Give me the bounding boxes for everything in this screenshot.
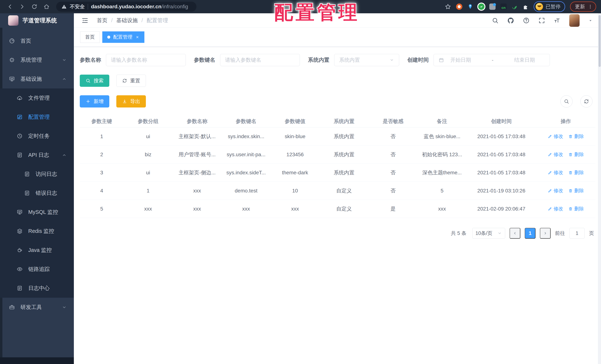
toggle-search-button[interactable] xyxy=(560,95,572,108)
github-icon[interactable] xyxy=(507,17,514,24)
trash-icon xyxy=(568,189,573,193)
sidebar-item[interactable]: 文件管理 xyxy=(0,89,74,108)
sidebar-item-label: 研发工具 xyxy=(20,303,42,311)
sidebar-item[interactable]: 系统管理 xyxy=(0,51,74,70)
goto-page-input[interactable] xyxy=(570,228,585,239)
param-name-field xyxy=(106,54,186,66)
sidebar-item[interactable]: 首页 xyxy=(0,31,74,51)
date-range-picker[interactable]: 开始日期 - 结束日期 xyxy=(433,54,550,66)
browser-home-icon[interactable] xyxy=(43,3,50,10)
search-icon[interactable] xyxy=(492,17,499,24)
collapse-sidebar-icon[interactable] xyxy=(81,17,89,24)
export-button[interactable]: 导出 xyxy=(116,95,146,108)
page-size-select[interactable]: 10条/页 xyxy=(472,228,505,239)
edit-link[interactable]: 修改 xyxy=(548,133,563,140)
add-button[interactable]: 新增 xyxy=(80,95,109,108)
sidebar-item[interactable]: 日志中心 xyxy=(0,279,74,298)
timer-icon xyxy=(17,133,23,139)
delete-link[interactable]: 删除 xyxy=(568,169,584,176)
edit-link[interactable]: 修改 xyxy=(548,169,563,176)
page-scrollbar[interactable] xyxy=(598,13,601,364)
system-builtin-label: 系统内置 xyxy=(308,56,329,64)
bookmark-star-icon[interactable] xyxy=(445,3,451,10)
cell-type: 系统内置 xyxy=(320,151,369,158)
active-tab-dot xyxy=(107,36,110,39)
sidebar-item[interactable]: 链路追踪 xyxy=(0,260,74,279)
next-page-button[interactable] xyxy=(540,228,551,239)
security-label: 不安全 xyxy=(70,3,85,10)
user-avatar[interactable] xyxy=(569,14,580,27)
extension-pin-icon[interactable] xyxy=(467,3,473,10)
tab-home[interactable]: 首页 xyxy=(80,31,100,43)
not-secure-warning-icon[interactable] xyxy=(61,4,67,10)
sidebar-logo[interactable]: 芋道管理系统 xyxy=(0,13,74,28)
browser-update-button[interactable]: 更新 xyxy=(570,1,596,12)
column-header: 是否敏感 xyxy=(369,118,418,125)
tab-config-active[interactable]: 配置管理 xyxy=(102,31,144,43)
column-header: 系统内置 xyxy=(320,118,369,125)
browser-back-icon[interactable] xyxy=(7,3,13,10)
system-builtin-select[interactable]: 系统内置 xyxy=(334,54,399,66)
edit-link[interactable]: 修改 xyxy=(548,206,563,212)
page-1-button[interactable]: 1 xyxy=(525,228,535,239)
extension-grid-icon[interactable] xyxy=(489,3,496,10)
extensions-puzzle-icon[interactable] xyxy=(522,3,529,10)
sidebar-item[interactable]: MySQL 监控 xyxy=(0,202,74,222)
browser-forward-icon[interactable] xyxy=(19,3,25,10)
browser-profile-button[interactable]: 已暂停 xyxy=(534,1,565,12)
prev-page-button[interactable] xyxy=(510,228,520,239)
config-table: 参数主键参数分组参数名称参数键名参数键值系统内置是否敏感备注创建时间操作 1ui… xyxy=(80,115,595,218)
user-caret-down-icon[interactable] xyxy=(588,18,593,23)
delete-link[interactable]: 删除 xyxy=(568,133,584,140)
fullscreen-icon[interactable] xyxy=(538,17,545,24)
search-icon xyxy=(85,78,91,83)
breadcrumb-infra[interactable]: 基础设施 xyxy=(116,17,138,24)
sidebar-item[interactable]: 定时任务 xyxy=(0,127,74,145)
address-bar[interactable]: 不安全 dashboard.yudao.iocoder.cn/infra/con… xyxy=(56,2,196,12)
sidebar-item[interactable]: Redis 监控 xyxy=(0,222,74,241)
delete-link[interactable]: 删除 xyxy=(568,206,584,212)
sidebar-item[interactable]: 配置管理 xyxy=(0,108,74,127)
cell-actions: 修改删除 xyxy=(536,151,595,158)
help-icon[interactable] xyxy=(523,17,530,24)
sidebar-item[interactable]: API 日志 xyxy=(0,145,74,164)
cell-id: 1 xyxy=(80,133,123,140)
font-size-icon[interactable] xyxy=(554,17,561,24)
app-title: 芋道管理系统 xyxy=(22,17,57,24)
sidebar-item-label: API 日志 xyxy=(28,152,49,159)
param-key-input[interactable] xyxy=(225,57,295,63)
reset-button[interactable]: 重置 xyxy=(116,75,146,87)
edit-link[interactable]: 修改 xyxy=(548,151,563,158)
breadcrumb-home[interactable]: 首页 xyxy=(97,17,108,24)
sidebar-item[interactable]: 研发工具 xyxy=(0,298,74,317)
scrollbar-thumb[interactable] xyxy=(599,15,601,67)
cell-sensitive: 否 xyxy=(369,187,418,194)
refresh-table-button[interactable] xyxy=(580,95,592,108)
param-name-input[interactable] xyxy=(111,57,181,63)
edit-link[interactable]: 修改 xyxy=(548,187,563,194)
close-tab-icon[interactable] xyxy=(135,35,140,39)
browser-menu-kebab-icon[interactable] xyxy=(588,4,593,9)
sidebar-item[interactable]: Java 监控 xyxy=(0,241,74,260)
cell-value: theme-dark xyxy=(270,170,320,176)
filter-form: 参数名称 参数键名 系统内置 系统内置 创建时间 开始日期 - xyxy=(80,54,595,66)
extension-check-icon[interactable] xyxy=(478,3,484,10)
extension-orange-icon[interactable] xyxy=(456,3,462,10)
cell-actions: 修改删除 xyxy=(536,206,595,212)
cell-group: ui xyxy=(123,170,172,176)
column-header: 参数键名 xyxy=(221,118,270,125)
delete-link[interactable]: 删除 xyxy=(568,151,584,158)
sidebar-item[interactable]: 基础设施 xyxy=(0,70,74,89)
mysql-icon xyxy=(17,209,23,215)
browser-reload-icon[interactable] xyxy=(31,3,38,10)
app-shell: 芋道管理系统 首页系统管理基础设施文件管理配置管理定时任务API 日志访问日志错… xyxy=(0,13,601,364)
sidebar-menu: 首页系统管理基础设施文件管理配置管理定时任务API 日志访问日志错误日志MySQ… xyxy=(0,28,74,357)
delete-link[interactable]: 删除 xyxy=(568,187,584,194)
column-header: 操作 xyxy=(536,118,595,125)
sidebar-item[interactable]: 访问日志 xyxy=(0,164,74,183)
extension-leaf-icon[interactable] xyxy=(511,3,518,10)
sidebar-item[interactable]: 错误日志 xyxy=(0,183,74,202)
search-button[interactable]: 搜索 xyxy=(80,75,109,87)
calendar-icon xyxy=(439,57,444,63)
extension-cn-icon[interactable]: cn xyxy=(500,3,507,10)
